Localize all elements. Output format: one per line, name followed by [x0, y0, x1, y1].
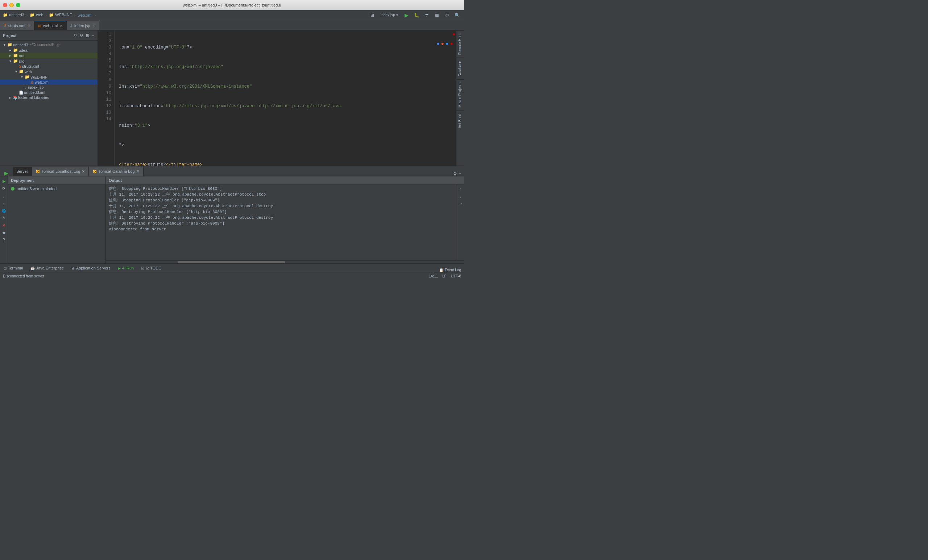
sidebar-sync-icon[interactable]: ⟳ [73, 33, 78, 38]
breadcrumb-webxml[interactable]: web.xml [78, 13, 92, 17]
tab-index-jsp[interactable]: J index.jsp ✕ [67, 21, 99, 30]
deployment-item-war[interactable]: untitled3:war exploded [11, 186, 102, 192]
btm-tab-run4[interactable]: ▶ 4: Run [114, 264, 137, 272]
panel-minimize-icon[interactable]: – [459, 171, 461, 176]
tree-item-untitled3[interactable]: ▾ 📁 untitled3 ~/Documents/Proje [0, 42, 98, 47]
deploy-label: untitled3:war exploded [17, 187, 56, 191]
tab-struts-xml[interactable]: S struts.xml ✕ [0, 21, 34, 30]
sidebar-title: Project [3, 33, 16, 38]
tree-arrow-idea: ▸ [7, 48, 13, 52]
right-tab-maven[interactable]: Maven Projects [456, 79, 464, 111]
tab-server-label: Server [16, 169, 28, 173]
tree-item-out[interactable]: ▸ 📁 out [0, 53, 98, 58]
firefox-icon[interactable]: ● [441, 41, 444, 46]
tree-item-web[interactable]: ▾ 📁 web [0, 69, 98, 74]
open-browser-ctrl-btn[interactable]: 🌐 [1, 208, 7, 214]
btm-tab-java-ent[interactable]: ☕ Java Enterprise [27, 264, 67, 272]
right-tab-ant[interactable]: Ant Build [456, 111, 464, 131]
tree-item-webxml[interactable]: ⊞ web.xml [0, 80, 98, 85]
coverage-button[interactable]: ☂ [423, 11, 430, 19]
btm-tab-terminal[interactable]: ⊡ Terminal [0, 264, 27, 272]
deployment-panel: Deployment untitled3:war exploded [8, 177, 106, 263]
tab-web-xml[interactable]: ⊞ web.xml ✕ [34, 21, 67, 30]
run-green-icon[interactable]: ▶ [2, 170, 11, 176]
window-controls [3, 3, 20, 7]
up-ctrl-btn[interactable]: ↑ [1, 200, 7, 207]
tab-webxml-label: web.xml [43, 24, 58, 28]
minimize-button[interactable] [9, 3, 14, 7]
status-right: 14:11 LF UTF-8 [429, 274, 461, 278]
editor-area[interactable]: 1 2 3 4 5 6 7 8 9 10 11 12 13 14 [98, 30, 464, 166]
debug-button[interactable]: 🐛 [412, 11, 420, 19]
tab-server[interactable]: Server [13, 167, 32, 176]
output-scrollbar-h[interactable] [106, 260, 464, 263]
status-bar: Disconnected from server 14:11 LF UTF-8 [0, 272, 464, 280]
star-ctrl-btn[interactable]: ★ [1, 229, 7, 236]
window-title: web.xml – untitled3 – [~/Documents/Proje… [183, 3, 281, 7]
search-button[interactable]: 🔍 [453, 11, 461, 19]
file-indicator[interactable]: index.jsp ▾ [379, 11, 400, 19]
output-wrap-icon[interactable]: ⋯ [457, 200, 464, 207]
editor-scroll[interactable]: 1 2 3 4 5 6 7 8 9 10 11 12 13 14 [98, 30, 464, 166]
opera-icon[interactable]: ● [450, 41, 453, 46]
folder-icon-src: 📁 [13, 59, 18, 63]
tree-item-iml[interactable]: 📄 untitled3.iml [0, 90, 98, 95]
tab-struts-label: struts.xml [8, 24, 25, 28]
tab-webxml-close[interactable]: ✕ [60, 24, 63, 28]
line-numbers: 1 2 3 4 5 6 7 8 9 10 11 12 13 14 [98, 30, 114, 166]
hierarchy-icon[interactable]: ⊞ [368, 11, 376, 19]
settings-button[interactable]: ⚙ [443, 11, 451, 19]
tab-tomcat-localhost-close[interactable]: ✕ [82, 169, 85, 174]
folder-icon-untitled3: 📁 [7, 43, 12, 47]
tab-indexjsp-label: index.jsp [74, 24, 90, 28]
tree-item-struts-xml[interactable]: S struts.xml [0, 64, 98, 69]
run-ctrl-btn[interactable]: ▶ [1, 178, 7, 184]
update-ctrl-btn[interactable]: ↻ [1, 215, 7, 221]
tree-item-indexjsp[interactable]: J index.jsp [0, 85, 98, 90]
sidebar-layout-icon[interactable]: ⊞ [85, 33, 90, 38]
btm-tab-app-servers[interactable]: 🖥 Application Servers [67, 264, 114, 272]
panel-settings-icon[interactable]: ⚙ [453, 171, 457, 176]
deployment-content: untitled3:war exploded [8, 184, 105, 263]
status-left: Disconnected from server [3, 274, 44, 278]
tab-tomcat-catalina-label: Tomcat Catalina Log [98, 169, 134, 173]
output-content[interactable]: 信息: Stopping ProtocolHandler ["http-bio-… [106, 184, 456, 260]
event-log-icon: 📋 [439, 268, 443, 272]
event-log-label[interactable]: Event Log [445, 268, 461, 272]
right-tab-remote-host[interactable]: Remote Host [456, 30, 464, 58]
tab-struts-close[interactable]: ✕ [27, 24, 31, 27]
status-message: Disconnected from server [3, 274, 44, 278]
tab-indexjsp-close[interactable]: ✕ [92, 24, 95, 27]
stop-server-btn[interactable]: ✕ [1, 222, 7, 228]
chrome-icon[interactable]: ● [437, 41, 440, 46]
breadcrumb-webinf[interactable]: 📁 WEB-INF [49, 13, 72, 17]
help-ctrl-btn[interactable]: ? [1, 237, 7, 243]
breadcrumb-web[interactable]: 📁 web [30, 13, 43, 17]
reload-ctrl-btn[interactable]: ⟳ [1, 185, 7, 192]
tree-item-webinf[interactable]: ▾ 📁 WEB-INF [0, 74, 98, 80]
ie-icon[interactable]: ● [446, 41, 449, 46]
breadcrumb-untitled3[interactable]: 📁 untitled3 [3, 13, 24, 17]
btm-tab-todo6[interactable]: ☑ 6: TODO [137, 264, 165, 272]
bottom-area: ⊡ Terminal ☕ Java Enterprise 🖥 Applicati… [0, 263, 464, 280]
maximize-button[interactable] [16, 3, 20, 7]
run-button[interactable]: ▶ [402, 11, 411, 19]
close-button[interactable] [3, 3, 7, 7]
status-position: 14:11 [429, 274, 438, 278]
tree-item-src[interactable]: ▾ 📁 src [0, 58, 98, 64]
tab-tomcat-catalina-close[interactable]: ✕ [136, 169, 140, 174]
output-scroll-down[interactable]: ↓ [457, 193, 464, 199]
sidebar-collapse-icon[interactable]: – [91, 33, 95, 38]
layout-button[interactable]: ▦ [433, 11, 441, 19]
output-header-row: Output [106, 177, 464, 184]
tab-tomcat-catalina[interactable]: 🐱 Tomcat Catalina Log ✕ [89, 167, 143, 176]
code-content[interactable]: .on="1.0" encoding="UTF-8"?> lns="http:/… [114, 30, 464, 166]
output-scroll-up[interactable]: ↑ [457, 186, 464, 192]
right-tab-database[interactable]: Database [456, 58, 464, 79]
tree-item-ext-libs[interactable]: ▸ 📚 External Libraries [0, 95, 98, 100]
output-right-controls: ↑ ↓ ⋯ [456, 184, 464, 260]
tab-tomcat-localhost[interactable]: 🐱 Tomcat Localhost Log ✕ [32, 167, 89, 176]
tree-label-indexjsp: index.jsp [28, 85, 44, 90]
tree-item-idea[interactable]: ▸ 📁 .idea [0, 47, 98, 53]
sidebar-gear-icon[interactable]: ⚙ [79, 33, 84, 38]
